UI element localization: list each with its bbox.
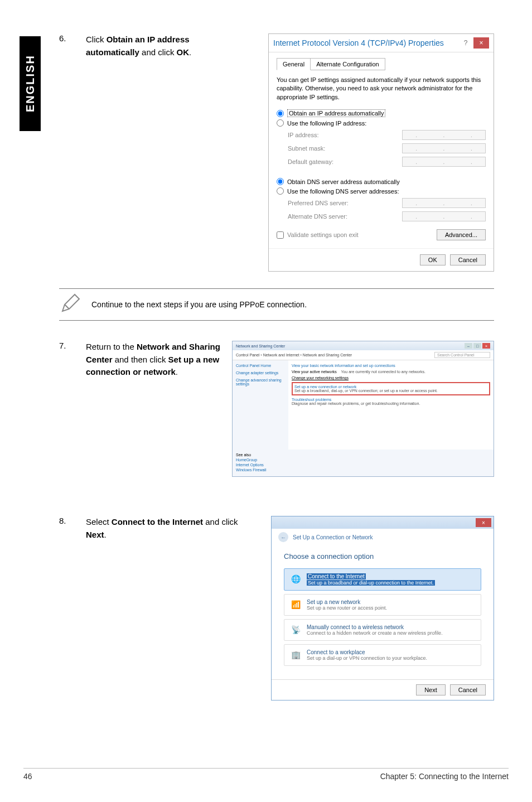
ipv4-tabs: General Alternate Configuration xyxy=(277,58,486,70)
alt-dns-input: ... xyxy=(402,211,486,221)
nsc-heading: View your basic network information and … xyxy=(292,364,490,368)
sidebar-adapter[interactable]: Change adapter settings xyxy=(236,371,285,375)
nsc-title-text: Network and Sharing Center xyxy=(236,344,285,348)
radio-obtain-dns[interactable]: Obtain DNS server address automatically xyxy=(277,178,486,185)
text: . xyxy=(189,47,191,57)
wireless-icon: 📡 xyxy=(289,624,302,635)
text: Click xyxy=(86,35,107,44)
wizard-screenshot: × ← Set Up a Connection or Network Choos… xyxy=(248,516,494,700)
search-input[interactable]: Search Control Panel xyxy=(434,352,490,358)
note-block: Continue to the next steps if you are us… xyxy=(59,288,494,321)
text: Return to the xyxy=(86,342,137,351)
seealso-internet-options[interactable]: Internet Options xyxy=(236,463,490,467)
ipv4-description: You can get IP settings assigned automat… xyxy=(277,76,486,102)
seealso-firewall[interactable]: Windows Firewall xyxy=(236,468,490,472)
alt-dns-row: Alternate DNS server: ... xyxy=(288,211,486,221)
side-tab-english: ENGLISH xyxy=(20,36,41,131)
seealso-homegroup[interactable]: HomeGroup xyxy=(236,458,490,462)
radio-obtain-dns-input[interactable] xyxy=(277,178,284,185)
breadcrumb-path[interactable]: Control Panel › Network and Internet › N… xyxy=(236,353,352,357)
ok-button[interactable]: OK xyxy=(420,254,446,265)
active-text: You are currently not connected to any n… xyxy=(341,370,425,374)
setup-connection-title: Set up a new connection or network xyxy=(294,385,487,389)
gateway-label: Default gateway: xyxy=(288,158,333,165)
option-title: Connect to the Internet xyxy=(307,573,366,579)
globe-icon: 🌐 xyxy=(289,573,302,584)
option-workplace[interactable]: 🏢 Connect to a workplace Set up a dial-u… xyxy=(284,644,481,666)
nsc-body: Control Panel Home Change adapter settin… xyxy=(233,360,494,450)
ipv4-footer: OK Cancel xyxy=(269,248,494,271)
gateway-input: ... xyxy=(402,157,486,167)
ip-address-input: ... xyxy=(402,130,486,140)
active-networks-row: View your active networks You are curren… xyxy=(292,370,490,374)
validate-row: Validate settings upon exit Advanced... xyxy=(277,229,486,240)
radio-use-ip-input[interactable] xyxy=(277,119,284,127)
ip-address-label: IP address: xyxy=(288,132,318,138)
page-footer: 46 Chapter 5: Connecting to the Internet xyxy=(23,768,509,781)
wizard-body: Choose a connection option 🌐 Connect to … xyxy=(272,545,494,679)
minimize-button[interactable]: – xyxy=(465,343,472,349)
text: . xyxy=(176,367,178,376)
subnet-row: Subnet mask: ... xyxy=(288,143,486,153)
alt-dns-label: Alternate DNS server: xyxy=(288,213,347,220)
validate-checkbox[interactable] xyxy=(277,231,284,239)
change-settings-label: Change your networking settings xyxy=(292,376,490,380)
advanced-button[interactable]: Advanced... xyxy=(437,229,486,240)
ip-address-row: IP address: ... xyxy=(288,130,486,140)
close-button[interactable]: × xyxy=(482,343,490,349)
back-button[interactable]: ← xyxy=(278,532,288,542)
nsc-titlebar: Network and Sharing Center – □ × xyxy=(233,341,494,350)
nsc-window: Network and Sharing Center – □ × Control… xyxy=(232,341,494,477)
tab-general[interactable]: General xyxy=(277,58,311,70)
troubleshoot-title: Troubleshoot problems xyxy=(292,398,490,402)
ipv4-dialog: Internet Protocol Version 4 (TCP/IPv4) P… xyxy=(268,33,494,272)
radio-use-dns-input[interactable] xyxy=(277,187,284,195)
chapter-title: Chapter 5: Connecting to the Internet xyxy=(380,772,509,781)
close-button[interactable]: × xyxy=(473,37,489,49)
radio-obtain-dns-label: Obtain DNS server address automatically xyxy=(287,178,400,185)
wizard-footer: Next Cancel xyxy=(272,679,494,700)
nsc-main: View your basic network information and … xyxy=(288,360,494,450)
wizard-title: Choose a connection option xyxy=(284,552,481,561)
sidebar-sharing[interactable]: Change advanced sharing settings xyxy=(236,378,285,386)
radio-use-ip-label: Use the following IP address: xyxy=(287,120,366,127)
option-title: Connect to a workplace xyxy=(307,649,427,655)
radio-obtain-ip[interactable]: Obtain an IP address automatically xyxy=(277,109,486,117)
radio-obtain-ip-input[interactable] xyxy=(277,110,284,117)
radio-use-ip[interactable]: Use the following IP address: xyxy=(277,119,486,127)
step-8-number: 8. xyxy=(59,516,86,700)
step-8-text: Select Connect to the Internet and click… xyxy=(86,516,248,700)
setup-connection-box[interactable]: Set up a new connection or network Set u… xyxy=(292,382,490,395)
active-label: View your active networks xyxy=(292,370,337,374)
sidebar-home[interactable]: Control Panel Home xyxy=(236,364,285,368)
option-wireless[interactable]: 📡 Manually connect to a wireless network… xyxy=(284,619,481,641)
subnet-input: ... xyxy=(402,143,486,153)
step-8: 8. Select Connect to the Internet and cl… xyxy=(59,516,494,700)
next-button[interactable]: Next xyxy=(416,684,446,695)
text: . xyxy=(104,530,107,539)
pencil-icon xyxy=(59,292,81,317)
pref-dns-row: Preferred DNS server: ... xyxy=(288,198,486,208)
wizard-header: ← Set Up a Connection or Network xyxy=(272,529,494,545)
tab-alternate[interactable]: Alternate Configuration xyxy=(310,58,385,70)
nsc-seealso: See also HomeGroup Internet Options Wind… xyxy=(233,450,494,476)
radio-use-dns[interactable]: Use the following DNS server addresses: xyxy=(277,187,486,195)
wizard-header-text: Set Up a Connection or Network xyxy=(293,534,373,540)
ipv4-titlebar: Internet Protocol Version 4 (TCP/IPv4) P… xyxy=(269,34,494,52)
cancel-button[interactable]: Cancel xyxy=(450,254,486,265)
close-button[interactable]: × xyxy=(476,518,491,527)
text: and click xyxy=(203,517,238,526)
nsc-screenshot: Network and Sharing Center – □ × Control… xyxy=(225,341,494,477)
troubleshoot-row[interactable]: Troubleshoot problems Diagnose and repai… xyxy=(292,398,490,405)
wizard-titlebar: × xyxy=(272,516,494,529)
cancel-button[interactable]: Cancel xyxy=(450,684,486,695)
ipv4-body: General Alternate Configuration You can … xyxy=(269,52,494,248)
validate-checkbox-row[interactable]: Validate settings upon exit xyxy=(277,231,359,239)
option-new-network[interactable]: 📶 Set up a new network Set up a new rout… xyxy=(284,594,481,616)
ipv4-title-text: Internet Protocol Version 4 (TCP/IPv4) P… xyxy=(273,38,444,47)
option-connect-internet[interactable]: 🌐 Connect to the Internet Set up a broad… xyxy=(284,568,481,591)
help-button[interactable]: ? xyxy=(458,37,473,49)
setup-connection-sub: Set up a broadband, dial-up, or VPN conn… xyxy=(294,389,487,393)
pref-dns-input: ... xyxy=(402,198,486,208)
maximize-button[interactable]: □ xyxy=(473,343,481,349)
